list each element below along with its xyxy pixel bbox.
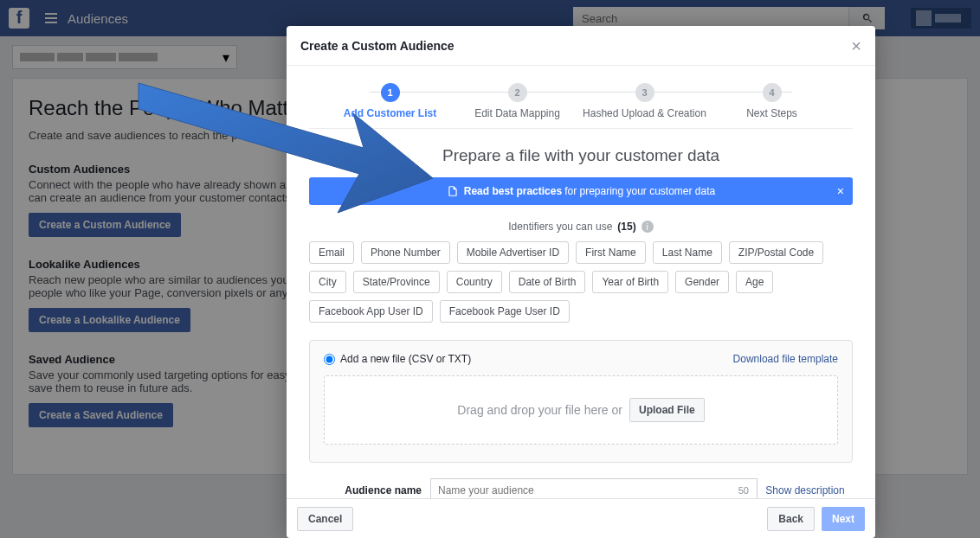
modal-header: Create a Custom Audience × xyxy=(287,26,875,66)
identifier-chip: First Name xyxy=(576,241,646,264)
audience-name-label: Audience name xyxy=(309,484,422,496)
step-next-steps[interactable]: 4 Next Steps xyxy=(708,83,835,119)
identifier-chip: Email xyxy=(309,241,354,264)
create-custom-audience-modal: Create a Custom Audience × 1 Add Custome… xyxy=(287,26,875,538)
section-heading: Prepare a file with your customer data xyxy=(309,146,853,165)
modal-title: Create a Custom Audience xyxy=(300,39,455,53)
identifier-chip: State/Province xyxy=(353,271,440,293)
info-icon[interactable]: i xyxy=(642,221,654,233)
step-edit-data-mapping[interactable]: 2 Edit Data Mapping xyxy=(454,83,581,119)
identifier-chip: Phone Number xyxy=(361,241,450,264)
identifier-chip: Facebook Page User ID xyxy=(440,300,570,323)
identifier-chip: Facebook App User ID xyxy=(309,300,433,323)
stepper: 1 Add Customer List 2 Edit Data Mapping … xyxy=(309,66,853,129)
identifier-chip: Age xyxy=(736,271,773,293)
banner-close-icon[interactable]: × xyxy=(837,184,844,198)
identifiers-heading: Identifiers you can use (15) i xyxy=(309,221,853,233)
next-button[interactable]: Next xyxy=(822,507,865,531)
document-icon xyxy=(447,185,459,197)
show-description-link[interactable]: Show description xyxy=(758,484,853,496)
identifier-chip: Last Name xyxy=(653,241,722,264)
identifier-chip: Date of Birth xyxy=(509,271,586,293)
back-button[interactable]: Back xyxy=(767,507,815,531)
identifier-chip: Mobile Advertiser ID xyxy=(457,241,569,264)
identifier-chips: EmailPhone NumberMobile Advertiser IDFir… xyxy=(309,241,853,323)
modal-footer: Cancel Back Next xyxy=(287,498,875,538)
add-new-file-radio[interactable]: Add a new file (CSV or TXT) xyxy=(324,353,471,365)
step-add-customer-list[interactable]: 1 Add Customer List xyxy=(326,83,454,119)
best-practices-banner[interactable]: Read best practices for preparing your c… xyxy=(309,177,853,205)
upload-panel: Add a new file (CSV or TXT) Download fil… xyxy=(309,340,853,463)
download-template-link[interactable]: Download file template xyxy=(733,353,838,365)
identifier-chip: ZIP/Postal Code xyxy=(729,241,823,264)
char-counter: 50 xyxy=(738,485,749,496)
identifier-chip: City xyxy=(309,271,346,293)
file-dropzone[interactable]: Drag and drop your file here or Upload F… xyxy=(324,375,838,445)
close-icon[interactable]: × xyxy=(851,37,861,54)
identifier-chip: Gender xyxy=(675,271,729,293)
identifier-chip: Country xyxy=(447,271,502,293)
add-new-file-radio-input[interactable] xyxy=(324,354,335,365)
identifier-chip: Year of Birth xyxy=(592,271,668,293)
dropzone-text: Drag and drop your file here or xyxy=(457,403,622,417)
audience-name-row: Audience name 50 Show description xyxy=(309,478,853,498)
step-hashed-upload[interactable]: 3 Hashed Upload & Creation xyxy=(581,83,708,119)
modal-body[interactable]: 1 Add Customer List 2 Edit Data Mapping … xyxy=(287,66,875,498)
upload-file-button[interactable]: Upload File xyxy=(629,398,705,422)
cancel-button[interactable]: Cancel xyxy=(297,507,353,531)
audience-name-input[interactable] xyxy=(430,478,758,498)
